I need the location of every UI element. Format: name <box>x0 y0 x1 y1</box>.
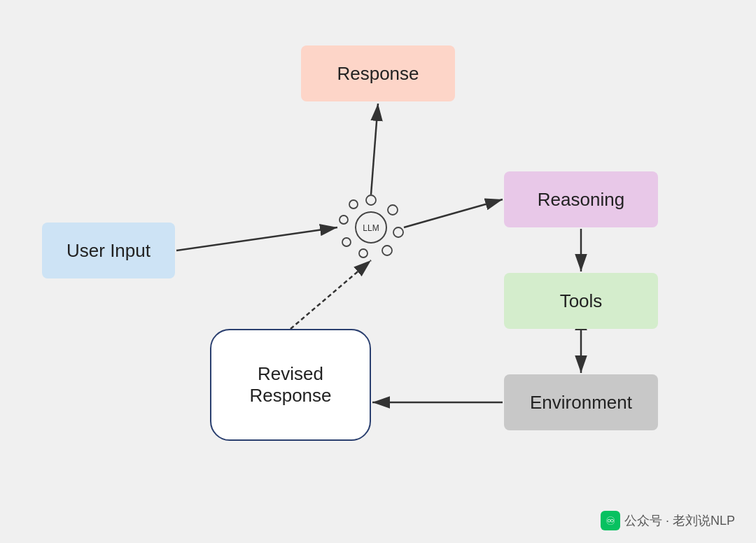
environment-node: Environment <box>504 374 658 430</box>
svg-point-15 <box>342 238 351 246</box>
svg-point-14 <box>359 249 368 258</box>
llm-node: LLM <box>338 195 404 260</box>
reasoning-label: Reasoning <box>538 189 624 211</box>
tools-label: Tools <box>560 290 603 312</box>
response-label: Response <box>337 63 419 85</box>
revised-response-label: Revised Response <box>249 363 331 407</box>
user-input-label: User Input <box>66 240 150 262</box>
svg-point-13 <box>382 246 392 255</box>
svg-line-9 <box>290 260 371 329</box>
llm-svg: LLM <box>338 195 404 260</box>
tools-node: Tools <box>504 273 658 329</box>
environment-label: Environment <box>530 392 632 414</box>
svg-point-16 <box>340 216 348 224</box>
diagram: Response User Input LLM Reasoning Tools … <box>0 0 756 543</box>
svg-point-10 <box>366 195 376 205</box>
watermark-text: 公众号 · 老刘说NLP <box>624 512 735 529</box>
svg-line-5 <box>404 199 503 227</box>
watermark: ♾ 公众号 · 老刘说NLP <box>601 511 735 530</box>
svg-point-17 <box>349 200 358 209</box>
watermark-icon: ♾ <box>601 511 620 530</box>
svg-text:LLM: LLM <box>363 223 379 233</box>
svg-point-12 <box>393 227 403 237</box>
revised-response-node: Revised Response <box>210 329 371 441</box>
svg-line-3 <box>176 227 337 251</box>
response-node: Response <box>301 45 455 101</box>
reasoning-node: Reasoning <box>504 171 658 227</box>
svg-point-11 <box>388 205 398 215</box>
user-input-node: User Input <box>42 223 175 278</box>
svg-line-4 <box>371 104 378 195</box>
